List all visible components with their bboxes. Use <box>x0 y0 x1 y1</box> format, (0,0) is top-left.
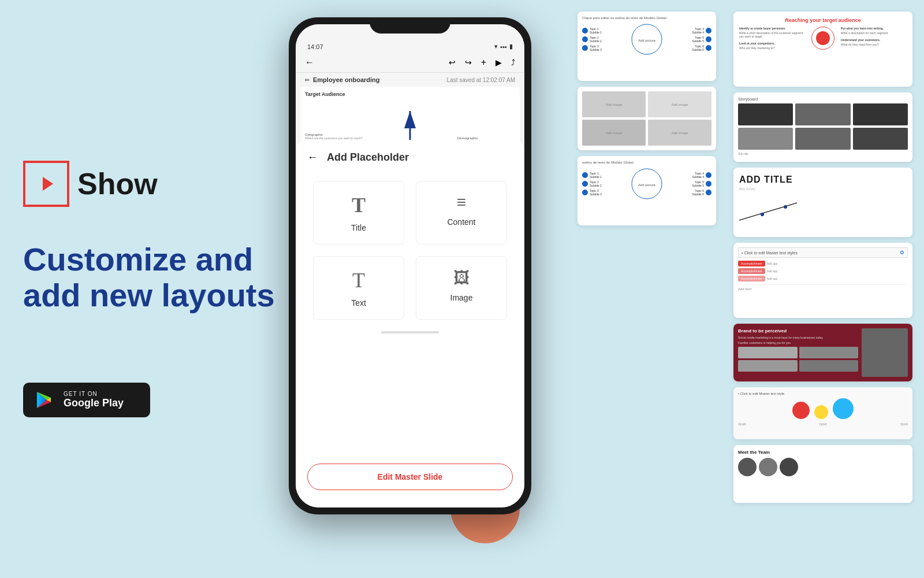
t2-row-3: Topic 3Subtitle 3 <box>582 189 602 196</box>
master-text-label2: • Click to edit Master text style <box>738 392 784 395</box>
t2-text-6: Topic 6Subtitle 6 <box>692 189 704 196</box>
slide-thumb-7: Meet the Team <box>733 445 912 503</box>
image-label: Image <box>450 293 473 302</box>
last-saved-text: Last saved at 12:02:07 AM <box>447 77 515 83</box>
popup-title: Add Placeholder <box>327 151 409 164</box>
badge-row-2: Accomplishment Add app <box>738 268 908 274</box>
google-play-badge[interactable]: GET IT ON Google Play <box>23 383 150 417</box>
t2-dot-2 <box>582 181 588 187</box>
svg-line-9 <box>739 203 797 220</box>
meet-team-title: Meet the Team <box>738 450 908 455</box>
add-icon[interactable]: + <box>481 57 486 68</box>
badge-2: Accomplishment <box>738 268 765 274</box>
logo-text: Show <box>77 166 158 201</box>
topics-slide-inner: Clique para editar os estilos do texto d… <box>578 12 716 81</box>
topics2-layout: Topic 1Subtitle 1 Topic 2Subtitle 2 Topi… <box>582 166 711 201</box>
t2-dot-5 <box>706 181 711 187</box>
add-app-2: Add app <box>767 269 778 273</box>
topics-slide-2: estilos de texto do Modelo Global Topic … <box>578 156 716 225</box>
share-icon[interactable]: ⤴ <box>511 58 515 67</box>
badge-text: GET IT ON Google Play <box>64 391 124 409</box>
topic-row-4: Topic 4Subtitle 4 <box>692 27 711 34</box>
phone-doc-title: ✏ Employee onboarding <box>305 76 380 83</box>
text-label: Text <box>351 298 366 307</box>
tagline-line2: add new layouts <box>23 277 300 313</box>
t2-row-2: Topic 2Subtitle 2 <box>582 180 602 187</box>
team-photo-2 <box>759 458 777 476</box>
photo-1 <box>738 103 793 125</box>
slide1-inner: Reaching your target audience Identify o… <box>733 12 912 87</box>
slide2-label: Storyboard <box>738 97 908 101</box>
master-text-header: • Click to edit Master text styles ⚙ <box>738 247 908 258</box>
topic-dot-1 <box>582 28 588 34</box>
svg-marker-1 <box>43 177 53 191</box>
slide7-inner: Meet the Team <box>733 445 912 503</box>
topic-row-2: Topic 2Subtitle 2 <box>582 36 602 43</box>
svg-point-10 <box>761 213 764 216</box>
slide-thumb-1: Reaching your target audience Identify o… <box>733 12 912 87</box>
content-lines-icon: ≡ <box>457 193 466 212</box>
tagline: Customize and add new layouts <box>23 242 300 313</box>
placeholder-content-option[interactable]: ≡ Content <box>416 181 507 244</box>
add-placeholder-popup: ← Add Placeholder T Title ≡ Content <box>296 140 524 507</box>
badge-3: Accomplishment <box>738 276 765 281</box>
slide-thumb-6: • Click to edit Master text style YEAR Y… <box>733 387 912 439</box>
photo-4 <box>738 128 793 150</box>
phone-notch <box>370 17 450 34</box>
placeholder-title-option[interactable]: T Title <box>313 181 404 244</box>
topics-slide-title: Clique para editar os estilos do texto d… <box>582 16 711 20</box>
t2-row-5: Topic 5Subtitle 5 <box>692 180 711 187</box>
placeholder-text-option[interactable]: T Text <box>313 256 404 320</box>
yellow-circle <box>814 405 828 419</box>
t2-dot-1 <box>582 172 588 178</box>
edit-master-slide-button[interactable]: Edit Master Slide <box>307 464 513 490</box>
img-slot-1: Add image <box>582 91 646 117</box>
signal-icon: ▪▪▪ <box>500 43 507 50</box>
t2-row-6: Topic 6Subtitle 6 <box>692 189 711 196</box>
topic-text-6: Topic 6Subtitle 6 <box>692 45 704 51</box>
redo-icon[interactable]: ↪ <box>465 58 472 67</box>
topic-dot-5 <box>706 36 711 42</box>
slide6-title: Brand to be perceived <box>738 328 858 334</box>
google-play-icon <box>35 390 55 410</box>
edit-icon: ✏ <box>305 77 310 83</box>
badge-row-1: Accomplishment Add app <box>738 261 908 266</box>
topics2-left: Topic 1Subtitle 1 Topic 2Subtitle 2 Topi… <box>582 172 602 196</box>
slide2-photos <box>738 103 908 150</box>
photo-5 <box>795 128 850 150</box>
slide1-left-col: Identify or create buyer personas. Write… <box>739 27 805 50</box>
year-label-1: YEAR <box>738 423 746 426</box>
topics-left: Topic 1Subtitle 1 Topic 2Subtitle 2 Topi… <box>582 27 602 51</box>
slide-thumb-4: • Click to edit Master text styles ⚙ Acc… <box>733 243 912 318</box>
badge-store-name: Google Play <box>64 397 124 409</box>
undo-icon[interactable]: ↩ <box>449 58 456 67</box>
scroll-indicator <box>381 331 439 334</box>
photo-2 <box>795 103 850 125</box>
back-arrow-icon[interactable]: ← <box>305 57 314 68</box>
slide6-images <box>738 347 858 372</box>
red-circle <box>792 402 810 419</box>
topic-text-5: Topic 5Subtitle 5 <box>692 36 704 43</box>
popup-back-button[interactable]: ← <box>307 151 318 164</box>
topics-right: Topic 4Subtitle 4 Topic 5Subtitle 5 Topi… <box>692 27 711 51</box>
svg-text:Add picture: Add picture <box>638 39 656 42</box>
target-dot <box>816 31 830 45</box>
show-logo-icon <box>23 161 69 207</box>
t2-text-2: Topic 2Subtitle 2 <box>590 180 602 187</box>
t2-text-1: Topic 1Subtitle 1 <box>590 172 602 179</box>
play-icon[interactable]: ▶ <box>495 58 502 67</box>
topic-dot-6 <box>706 45 711 51</box>
placeholder-image-option[interactable]: 🖼 Image <box>416 256 507 320</box>
circles-row <box>738 398 908 419</box>
blue-circle <box>833 398 854 419</box>
wifi-icon: ▾ <box>494 43 498 50</box>
topic-row-5: Topic 5Subtitle 5 <box>692 36 711 43</box>
topics-slide-2-inner: estilos de texto do Modelo Global Topic … <box>578 156 716 225</box>
badge-rows: Accomplishment Add app Accomplishment Ad… <box>738 261 908 281</box>
topic-row-3: Topic 3Subtitle 3 <box>582 45 602 51</box>
image-grid-inner: Add image Add image Add image Add image <box>578 87 716 150</box>
big-goal-label: BIG GOAL <box>739 187 907 191</box>
text-T-icon: T <box>352 268 365 292</box>
slide1-content: Identify or create buyer personas. Write… <box>739 27 907 50</box>
status-time: 14:07 <box>307 43 323 50</box>
